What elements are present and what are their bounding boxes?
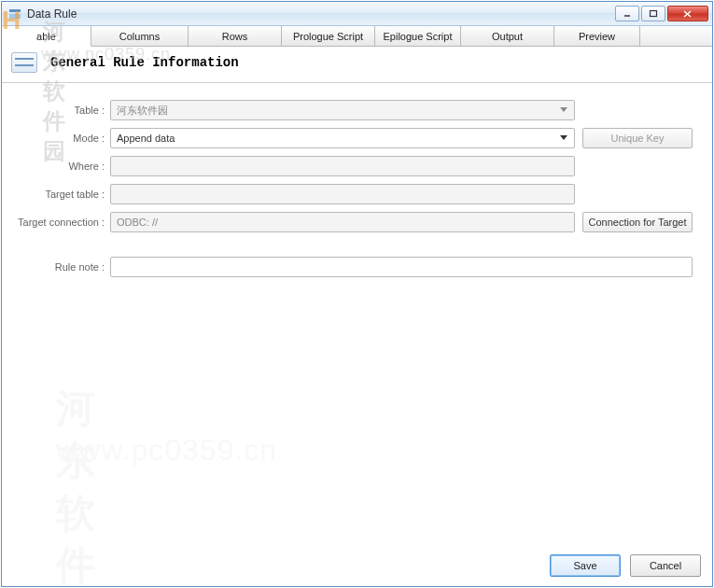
maximize-button[interactable] <box>641 6 665 21</box>
window-controls <box>615 6 708 21</box>
close-button[interactable] <box>667 6 708 21</box>
tab-output[interactable]: Output <box>461 26 554 46</box>
label-where: Where : <box>11 161 110 172</box>
svg-rect-3 <box>651 10 657 16</box>
chevron-down-icon <box>557 132 570 145</box>
label-target-table: Target table : <box>11 189 110 200</box>
svg-rect-1 <box>9 14 21 19</box>
titlebar: Data Rule <box>2 2 712 26</box>
tab-bar: able Columns Rows Prologue Script Epilog… <box>2 26 712 47</box>
tab-table[interactable]: able <box>2 26 91 47</box>
table-icon <box>11 52 37 73</box>
where-field[interactable] <box>110 156 575 176</box>
unique-key-button[interactable]: Unique Key <box>582 128 693 148</box>
label-table: Table : <box>11 105 110 116</box>
footer: Save Cancel <box>2 545 712 586</box>
connection-for-target-button[interactable]: Connection for Target <box>582 212 693 232</box>
tab-epilogue-script[interactable]: Epilogue Script <box>375 26 461 46</box>
mode-dropdown[interactable]: Append data <box>110 128 575 148</box>
save-button[interactable]: Save <box>550 554 621 577</box>
chevron-down-icon <box>557 104 570 117</box>
minimize-button[interactable] <box>615 6 639 21</box>
target-connection-field[interactable]: ODBC: // <box>110 212 575 232</box>
section-header: General Rule Information <box>2 47 712 83</box>
table-value: 河东软件园 <box>117 104 168 118</box>
app-icon <box>7 7 22 21</box>
mode-value: Append data <box>117 133 175 144</box>
label-mode: Mode : <box>11 133 110 144</box>
svg-rect-0 <box>9 9 21 12</box>
label-target-connection: Target connection : <box>11 217 110 228</box>
rule-note-field[interactable] <box>110 257 693 277</box>
table-dropdown[interactable]: 河东软件园 <box>110 100 575 120</box>
window: Data Rule able Columns Rows Prologue Scr… <box>1 1 713 587</box>
tab-rows[interactable]: Rows <box>189 26 282 46</box>
window-title: Data Rule <box>27 7 615 21</box>
tab-prologue-script[interactable]: Prologue Script <box>282 26 375 46</box>
form-area: Table : 河东软件园 Mode : Append data Unique … <box>2 83 712 294</box>
section-title: General Rule Information <box>50 55 239 70</box>
label-rule-note: Rule note : <box>11 261 110 273</box>
cancel-button[interactable]: Cancel <box>630 554 701 577</box>
target-table-field[interactable] <box>110 184 575 204</box>
tab-columns[interactable]: Columns <box>91 26 189 46</box>
target-connection-value: ODBC: // <box>117 217 158 228</box>
tab-preview[interactable]: Preview <box>554 26 640 46</box>
